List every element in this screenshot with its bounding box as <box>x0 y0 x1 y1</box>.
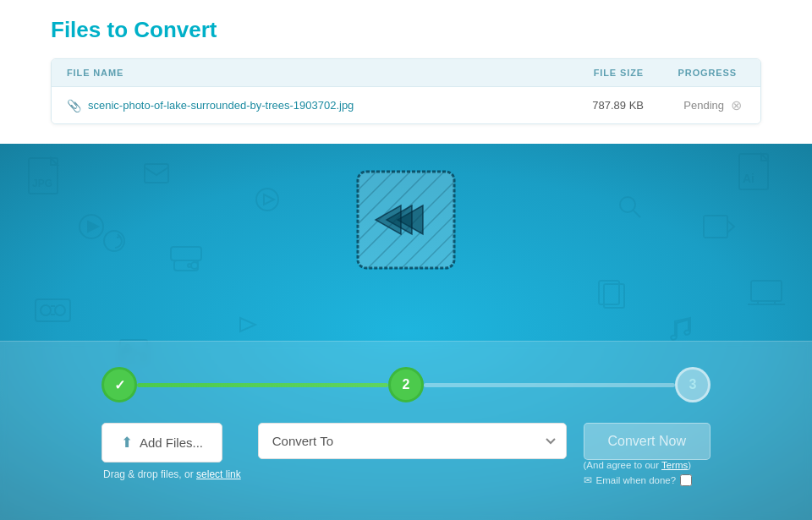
file-name: scenic-photo-of-lake-surrounded-by-trees… <box>88 99 542 112</box>
bg-play-icon <box>254 186 281 219</box>
svg-point-2 <box>80 215 103 238</box>
svg-point-10 <box>41 305 51 315</box>
col-progress-header: PROGRESS <box>644 68 745 78</box>
svg-rect-4 <box>145 164 168 183</box>
svg-rect-0 <box>29 158 58 194</box>
svg-rect-18 <box>704 216 727 238</box>
svg-rect-24 <box>604 284 624 308</box>
bg-jpg-icon: JPG <box>25 156 68 212</box>
blue-section: JPG <box>0 144 812 520</box>
svg-point-7 <box>191 262 198 269</box>
svg-rect-25 <box>599 281 619 304</box>
terms-text: (And agree to our Terms) <box>584 460 692 470</box>
svg-marker-3 <box>88 222 98 232</box>
svg-rect-6 <box>174 260 198 271</box>
svg-point-22 <box>256 189 278 211</box>
file-progress-cell: Pending ⊗ <box>644 97 745 113</box>
file-size: 787.89 KB <box>542 99 644 112</box>
remove-file-icon[interactable]: ⊗ <box>731 97 742 113</box>
col-name-header: FILE NAME <box>67 68 542 78</box>
bottom-panel: ✓ 2 3 ⬆ Add Files... Drag & drop files, … <box>0 341 812 520</box>
table-row: 📎 scenic-photo-of-lake-surrounded-by-tre… <box>52 87 760 123</box>
svg-line-29 <box>634 211 640 217</box>
step-1-label: ✓ <box>114 377 125 393</box>
bg-video-icon <box>702 211 736 247</box>
step-3-label: 3 <box>689 377 697 392</box>
bg-refresh-icon <box>102 228 127 260</box>
bg-ai-icon: Ai <box>736 152 778 209</box>
svg-rect-21 <box>758 301 775 304</box>
svg-rect-20 <box>751 281 782 301</box>
svg-marker-27 <box>240 318 255 331</box>
file-status: Pending <box>683 99 724 112</box>
top-section: Files to Convert FILE NAME FILE SIZE PRO… <box>0 0 812 144</box>
email-icon: ✉ <box>584 474 592 486</box>
add-files-label: Add Files... <box>140 435 203 450</box>
svg-point-28 <box>620 197 635 212</box>
add-files-section: ⬆ Add Files... Drag & drop files, or sel… <box>102 423 241 480</box>
svg-rect-16 <box>739 154 768 189</box>
svg-point-26 <box>104 231 124 251</box>
svg-rect-5 <box>171 247 201 260</box>
bg-tape-icon <box>34 296 72 330</box>
terms-link[interactable]: Terms <box>661 460 688 470</box>
step-3-circle: 3 <box>675 367 710 402</box>
attachment-icon: 📎 <box>67 99 81 112</box>
step-2-circle: 2 <box>388 367 424 402</box>
right-info: Convert Now (And agree to our Terms) ✉ E… <box>584 423 710 486</box>
svg-rect-9 <box>36 299 70 321</box>
svg-point-8 <box>188 264 191 267</box>
convert-to-select[interactable]: Convert To JPG PNG PDF MP4 MP3 GIF BMP W… <box>258 423 567 459</box>
convert-now-button[interactable]: Convert Now <box>584 423 710 460</box>
bg-search-icon <box>617 194 643 226</box>
upload-icon: ⬆ <box>121 434 133 452</box>
action-row: ⬆ Add Files... Drag & drop files, or sel… <box>102 423 710 486</box>
bg-chevron-icon <box>237 313 261 342</box>
email-when-done-row: ✉ Email when done? <box>584 474 693 486</box>
step-2-label: 2 <box>403 377 410 392</box>
bg-copy-icon <box>597 279 626 316</box>
bg-email-icon <box>144 161 169 189</box>
bg-laptop-icon <box>746 279 787 317</box>
add-files-button[interactable]: ⬆ Add Files... <box>102 423 222 463</box>
svg-point-11 <box>55 305 65 315</box>
bg-arrow-icon <box>76 211 107 249</box>
svg-text:Ai: Ai <box>743 172 754 185</box>
page-title: Files to Convert <box>51 17 761 43</box>
svg-marker-19 <box>727 221 734 233</box>
table-header: FILE NAME FILE SIZE PROGRESS <box>52 59 760 87</box>
steps-row: ✓ 2 3 <box>102 367 710 402</box>
svg-marker-23 <box>264 194 274 205</box>
bg-3ds-icon <box>169 245 203 278</box>
step-1-circle: ✓ <box>102 367 137 402</box>
col-size-header: FILE SIZE <box>542 68 644 78</box>
svg-text:JPG: JPG <box>32 178 52 189</box>
center-sketch-icon <box>347 161 465 279</box>
select-link[interactable]: select link <box>196 468 241 480</box>
email-checkbox[interactable] <box>680 474 692 486</box>
email-when-done-label: Email when done? <box>596 475 677 485</box>
file-table: FILE NAME FILE SIZE PROGRESS 📎 scenic-ph… <box>51 58 761 124</box>
drag-drop-text: Drag & drop files, or select link <box>102 468 241 480</box>
step-line-1-2 <box>137 383 388 387</box>
step-line-2-3 <box>424 383 675 387</box>
